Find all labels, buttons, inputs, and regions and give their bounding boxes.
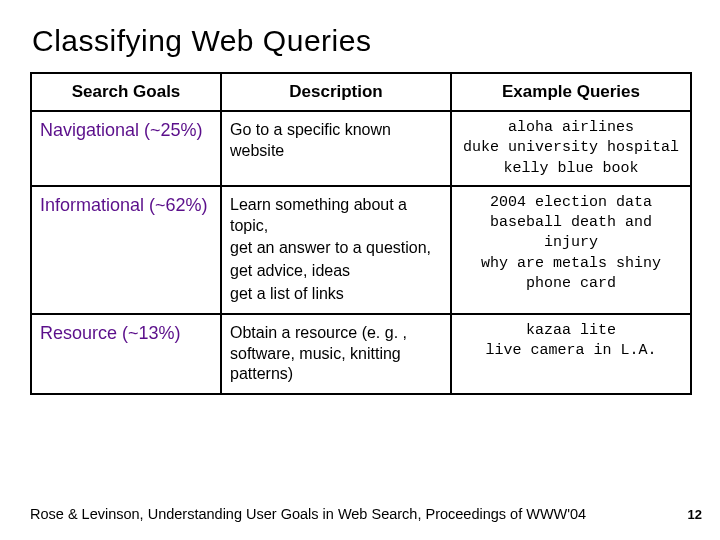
desc-line: Obtain a resource (e. g. , software, mus… [230, 323, 442, 385]
example-line: live camera in L.A. [460, 341, 682, 361]
desc-line: get advice, ideas [230, 261, 442, 282]
example-line: kazaa lite [460, 321, 682, 341]
desc-line: get an answer to a question, [230, 238, 442, 259]
desc-line: Learn something about a topic, [230, 195, 442, 237]
table-row: Informational (~62%) Learn something abo… [31, 186, 691, 314]
table-row: Navigational (~25%) Go to a specific kno… [31, 111, 691, 186]
example-line: phone card [460, 274, 682, 294]
slide: Classifying Web Queries Search Goals Des… [0, 0, 720, 540]
example-line: 2004 election data [460, 193, 682, 213]
examples-informational: 2004 election data baseball death and in… [451, 186, 691, 314]
example-line: duke university hospital [460, 138, 682, 158]
desc-line: get a list of links [230, 284, 442, 305]
header-description: Description [221, 73, 451, 111]
table-row: Resource (~13%) Obtain a resource (e. g.… [31, 314, 691, 394]
queries-table: Search Goals Description Example Queries… [30, 72, 692, 395]
header-search-goals: Search Goals [31, 73, 221, 111]
example-line: why are metals shiny [460, 254, 682, 274]
example-line: aloha airlines [460, 118, 682, 138]
citation: Rose & Levinson, Understanding User Goal… [30, 506, 586, 522]
example-line: kelly blue book [460, 159, 682, 179]
examples-resource: kazaa lite live camera in L.A. [451, 314, 691, 394]
desc-resource: Obtain a resource (e. g. , software, mus… [221, 314, 451, 394]
desc-line: Go to a specific known website [230, 120, 442, 162]
table-header-row: Search Goals Description Example Queries [31, 73, 691, 111]
page-number: 12 [688, 507, 702, 522]
goal-informational: Informational (~62%) [31, 186, 221, 314]
desc-informational: Learn something about a topic, get an an… [221, 186, 451, 314]
goal-navigational: Navigational (~25%) [31, 111, 221, 186]
example-line: baseball death and injury [460, 213, 682, 254]
header-example-queries: Example Queries [451, 73, 691, 111]
slide-title: Classifying Web Queries [32, 24, 690, 58]
goal-resource: Resource (~13%) [31, 314, 221, 394]
desc-navigational: Go to a specific known website [221, 111, 451, 186]
examples-navigational: aloha airlines duke university hospital … [451, 111, 691, 186]
